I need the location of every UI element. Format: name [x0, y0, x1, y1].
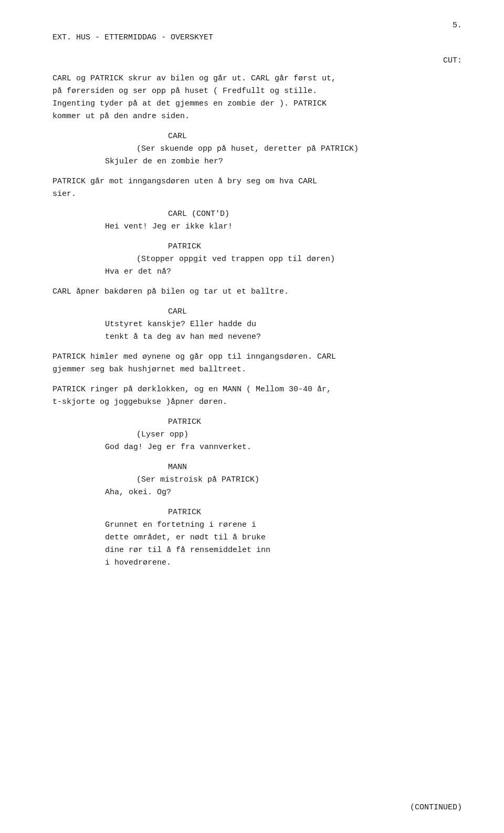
dialogue-carl-1: Skjuler de en zombie her?: [105, 155, 388, 168]
parenthetical-carl-1: (Ser skuende opp på huset, deretter på P…: [136, 143, 462, 155]
dialogue-patrick-3: Grunnet en fortetning i rørene i dette o…: [105, 519, 388, 569]
dialogue-patrick-2: God dag! Jeg er fra vannverket.: [105, 441, 388, 454]
action-2: PATRICK går mot inngangsdøren uten å bry…: [52, 175, 462, 201]
carl-speech-3: CARL Utstyret kanskje? Eller hadde du te…: [52, 306, 462, 343]
character-patrick-3: PATRICK: [168, 506, 462, 519]
carl-speech-2: CARL (CONT'D) Hei vent! Jeg er ikke klar…: [52, 208, 462, 233]
patrick-speech-1: PATRICK (Stopper oppgit ved trappen opp …: [52, 241, 462, 278]
character-patrick-2: PATRICK: [168, 416, 462, 429]
character-carl-3: CARL: [168, 306, 462, 318]
dialogue-patrick-1: Hva er det nå?: [105, 266, 388, 278]
character-patrick-1: PATRICK: [168, 241, 462, 253]
cut-label: CUT:: [52, 55, 462, 67]
screenplay-page: 5. EXT. HUS - ETTERMIDDAG - OVERSKYET CU…: [0, 0, 504, 833]
patrick-speech-2: PATRICK (Lyser opp) God dag! Jeg er fra …: [52, 416, 462, 454]
action-4: PATRICK himler med øynene og går opp til…: [52, 351, 462, 376]
parenthetical-mann: (Ser mistroisk på PATRICK): [136, 474, 462, 486]
action-5: PATRICK ringer på dørklokken, og en MANN…: [52, 383, 462, 409]
parenthetical-patrick-1: (Stopper oppgit ved trappen opp til døre…: [136, 253, 462, 266]
scene-heading: EXT. HUS - ETTERMIDDAG - OVERSKYET: [52, 32, 462, 44]
character-mann: MANN: [168, 461, 462, 474]
character-carl-2: CARL (CONT'D): [168, 208, 462, 221]
parenthetical-patrick-2: (Lyser opp): [136, 429, 462, 441]
character-carl-1: CARL: [168, 130, 462, 143]
dialogue-mann: Aha, okei. Og?: [105, 486, 388, 499]
continued-label: (CONTINUED): [410, 803, 462, 812]
mann-speech: MANN (Ser mistroisk på PATRICK) Aha, oke…: [52, 461, 462, 499]
dialogue-carl-2: Hei vent! Jeg er ikke klar!: [105, 221, 388, 233]
carl-speech-1: CARL (Ser skuende opp på huset, deretter…: [52, 130, 462, 168]
page-number: 5.: [453, 21, 462, 30]
patrick-speech-3: PATRICK Grunnet en fortetning i rørene i…: [52, 506, 462, 569]
dialogue-carl-3: Utstyret kanskje? Eller hadde du tenkt å…: [105, 318, 388, 343]
action-1: CARL og PATRICK skrur av bilen og går ut…: [52, 72, 462, 123]
action-3: CARL åpner bakdøren på bilen og tar ut e…: [52, 286, 462, 298]
